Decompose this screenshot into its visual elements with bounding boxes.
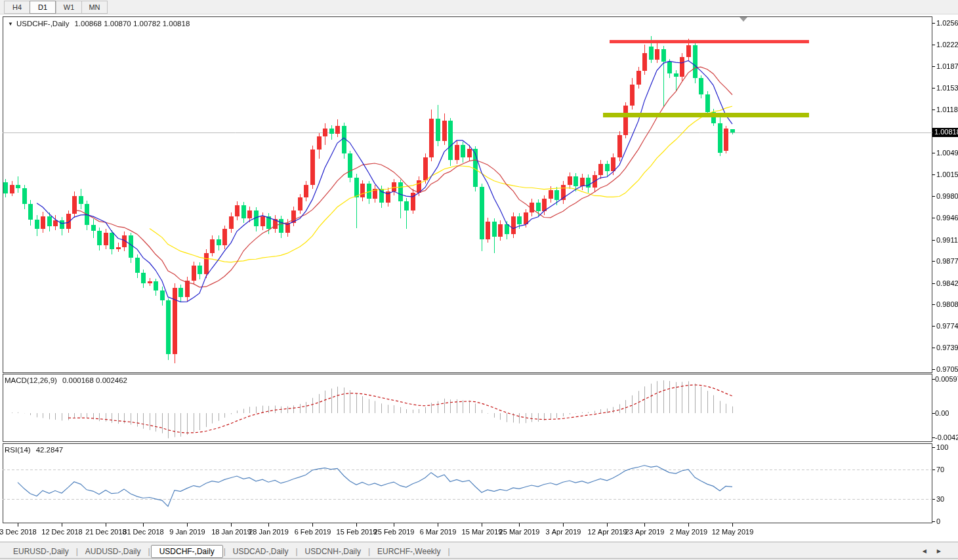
panel-divider-macd[interactable] xyxy=(0,372,932,374)
timeframe-mn[interactable]: MN xyxy=(81,1,108,14)
chart-tabs: EURUSD-,Daily|AUDUSD-,Daily|USDCHF-,Dail… xyxy=(0,542,958,560)
chart-canvas[interactable] xyxy=(0,14,958,542)
timeframe-w1[interactable]: W1 xyxy=(56,1,81,14)
mt4-chart-window: H4D1W1MN ▼USDCHF-,Daily1.00868 1.00870 1… xyxy=(0,0,958,560)
tab-scroll-left-icon[interactable]: ◀ xyxy=(923,548,927,554)
timeframe-toolbar: H4D1W1MN xyxy=(0,0,958,14)
tab-scroll-right-icon[interactable]: ▶ xyxy=(937,548,941,554)
tab-eurchf-weekly[interactable]: EURCHF-,Weekly xyxy=(371,546,447,557)
tab-separator: | xyxy=(447,547,450,556)
chart-area: ▼USDCHF-,Daily1.00868 1.00870 1.00782 1.… xyxy=(0,14,958,542)
symbol-collapse-icon[interactable]: ▼ xyxy=(8,21,13,27)
tab-usdchf-daily[interactable]: USDCHF-,Daily xyxy=(151,545,223,558)
tab-usdcnh-daily[interactable]: USDCNH-,Daily xyxy=(299,546,367,557)
panel-divider-rsi[interactable] xyxy=(0,442,932,444)
tab-audusd-daily[interactable]: AUDUSD-,Daily xyxy=(79,546,148,557)
tab-usdcad-daily[interactable]: USDCAD-,Daily xyxy=(226,546,295,557)
timeframe-d1[interactable]: D1 xyxy=(30,1,56,14)
tab-separator: | xyxy=(148,547,151,556)
tab-eurusd-daily[interactable]: EURUSD-,Daily xyxy=(7,546,75,557)
timeframe-h4[interactable]: H4 xyxy=(4,1,30,14)
